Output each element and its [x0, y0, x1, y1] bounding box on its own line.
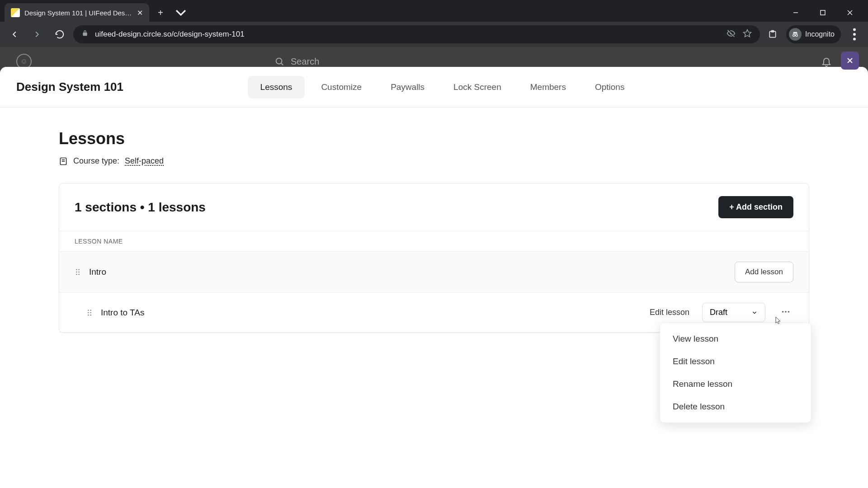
url-text: uifeed-design.circle.so/c/design-system-… [95, 30, 245, 39]
status-value: Draft [710, 308, 727, 317]
browser-tab[interactable]: Design System 101 | UIFeed Desi… ✕ [5, 3, 149, 22]
bell-icon [821, 56, 832, 67]
menu-view-lesson[interactable]: View lesson [660, 328, 811, 350]
menu-rename-lesson[interactable]: Rename lesson [660, 373, 811, 395]
add-section-button[interactable]: + Add section [718, 196, 793, 218]
edit-lesson-link[interactable]: Edit lesson [650, 308, 689, 317]
search-icon [274, 56, 284, 66]
more-options-button[interactable] [778, 304, 793, 321]
svg-marker-4 [744, 30, 751, 37]
svg-point-24 [78, 274, 80, 275]
drag-handle-icon[interactable] [75, 269, 81, 275]
svg-point-8 [796, 34, 798, 37]
svg-point-30 [90, 314, 91, 315]
svg-point-26 [90, 310, 91, 311]
close-tab-icon[interactable]: ✕ [137, 9, 143, 17]
section-row: Intro Add lesson [59, 252, 809, 293]
menu-delete-lesson[interactable]: Delete lesson [660, 395, 811, 418]
lesson-row: Intro to TAs Edit lesson Draft View less… [59, 293, 809, 333]
maximize-button[interactable] [809, 4, 836, 22]
bookmark-star-icon[interactable] [743, 29, 752, 40]
close-window-button[interactable] [836, 4, 863, 22]
tab-title: Design System 101 | UIFeed Desi… [24, 9, 132, 17]
forward-button [28, 25, 46, 43]
page-title: Lessons [59, 129, 809, 148]
svg-line-13 [281, 63, 283, 65]
svg-point-20 [78, 269, 80, 270]
svg-point-7 [793, 34, 795, 37]
svg-point-27 [88, 312, 89, 313]
svg-point-29 [88, 314, 89, 315]
tab-lock-screen[interactable]: Lock Screen [441, 76, 514, 99]
sections-card: 1 sections • 1 lessons + Add section LES… [59, 183, 809, 333]
tabs-dropdown-icon[interactable] [172, 4, 190, 22]
menu-edit-lesson[interactable]: Edit lesson [660, 350, 811, 373]
svg-point-19 [76, 269, 77, 270]
table-header: LESSON NAME [59, 231, 809, 252]
extensions-icon[interactable] [764, 26, 781, 42]
drag-handle-icon[interactable] [86, 310, 93, 316]
close-modal-button[interactable] [841, 52, 859, 70]
sections-count: 1 sections • 1 lessons [75, 200, 206, 215]
svg-point-23 [76, 274, 77, 275]
status-select[interactable]: Draft [702, 303, 765, 322]
svg-point-33 [788, 311, 790, 313]
lock-icon [81, 30, 89, 39]
back-button[interactable] [5, 25, 24, 43]
svg-point-10 [853, 33, 856, 36]
add-lesson-button[interactable]: Add lesson [735, 262, 793, 282]
svg-point-11 [853, 38, 856, 41]
svg-point-12 [276, 58, 282, 64]
chevron-down-icon [751, 310, 758, 316]
minimize-button[interactable] [782, 4, 809, 22]
course-name: Design System 101 [16, 80, 123, 94]
search-placeholder: Search [291, 56, 319, 67]
tab-customize[interactable]: Customize [308, 76, 374, 99]
lesson-name: Intro to TAs [101, 308, 144, 318]
incognito-indicator[interactable]: Incognito [786, 25, 841, 43]
browser-menu-icon[interactable] [846, 26, 863, 42]
svg-point-22 [78, 272, 80, 273]
svg-point-32 [785, 311, 787, 313]
new-tab-button[interactable]: + [153, 5, 168, 20]
address-bar[interactable]: uifeed-design.circle.so/c/design-system-… [73, 25, 760, 43]
tab-paywalls[interactable]: Paywalls [378, 76, 437, 99]
incognito-icon [789, 28, 802, 41]
course-settings-sheet: Design System 101 Lessons Customize Payw… [0, 67, 868, 488]
course-type-icon [59, 157, 68, 166]
svg-point-21 [76, 272, 77, 273]
svg-point-31 [782, 311, 784, 313]
svg-point-25 [88, 310, 89, 311]
section-name: Intro [89, 267, 106, 277]
reload-button[interactable] [51, 25, 69, 43]
tab-members[interactable]: Members [518, 76, 579, 99]
eye-off-icon[interactable] [726, 29, 736, 40]
course-type-value[interactable]: Self-paced [125, 156, 164, 166]
incognito-label: Incognito [805, 30, 835, 38]
lesson-context-menu: View lesson Edit lesson Rename lesson De… [660, 323, 811, 423]
tab-lessons[interactable]: Lessons [248, 76, 305, 99]
course-type-label: Course type: [73, 156, 119, 166]
svg-point-28 [90, 312, 91, 313]
tab-options[interactable]: Options [582, 76, 637, 99]
svg-rect-1 [821, 10, 825, 15]
favicon-icon [11, 8, 20, 17]
svg-point-9 [853, 28, 856, 31]
